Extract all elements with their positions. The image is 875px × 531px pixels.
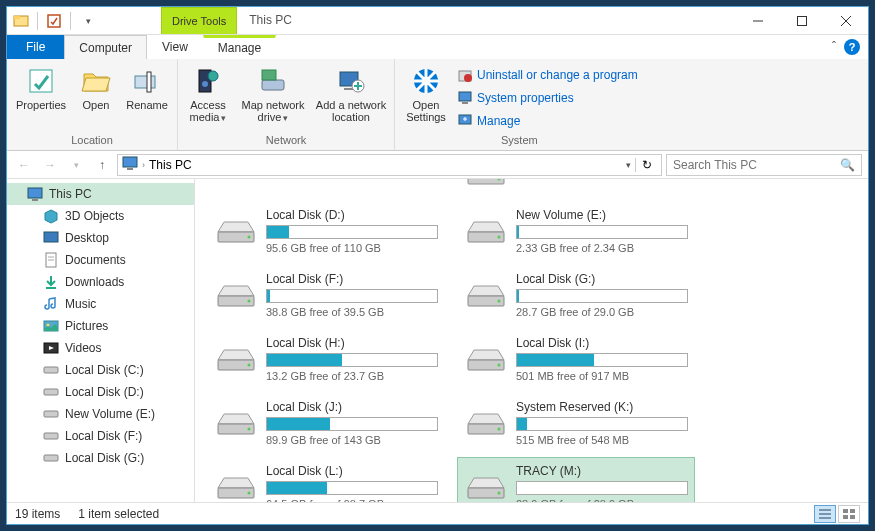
drive-icon [43,406,59,422]
back-button[interactable]: ← [13,154,35,176]
details-view-button[interactable] [814,505,836,523]
drive-icon [214,278,258,312]
drive-name: TRACY (M:) [516,464,688,481]
navigation-pane[interactable]: This PC 3D Objects Desktop Documents Dow… [7,179,195,502]
drive-item[interactable]: Local Disk (H:)13.2 GB free of 23.7 GB [207,329,445,389]
access-media-button[interactable]: Access media [184,63,232,124]
drive-usage-bar [516,353,688,367]
drive-icon [214,214,258,248]
drive-item[interactable]: Local Disk (F:)38.8 GB free of 39.5 GB [207,265,445,325]
drive-item[interactable]: Local Disk (L:)64.5 GB free of 98.7 GB [207,457,445,502]
tab-computer[interactable]: Computer [64,35,147,59]
search-input[interactable] [673,158,840,172]
svg-rect-45 [44,411,58,417]
nav-local-disk-g[interactable]: Local Disk (G:) [7,447,194,469]
refresh-button[interactable]: ↻ [635,158,657,172]
svg-point-67 [248,492,251,495]
drive-item[interactable]: System Reserved (K:)515 MB free of 548 M… [457,393,695,453]
drive-item[interactable]: 46.1 GB free of 108 GB [457,179,695,197]
drive-grid: Local Disk (D:)95.6 GB free of 110 GBNew… [207,201,856,502]
drive-free-text: 28.7 GB free of 29.0 GB [516,306,688,318]
this-pc-icon [122,155,138,174]
tab-manage[interactable]: Manage [203,35,276,59]
nav-desktop[interactable]: Desktop [7,227,194,249]
properties-icon [25,65,57,97]
system-properties-button[interactable]: System properties [457,88,638,108]
qat-properties-icon[interactable] [44,11,64,31]
drive-usage-bar [266,289,438,303]
recent-locations-button[interactable]: ▾ [65,154,87,176]
drive-usage-bar [516,417,688,431]
maximize-button[interactable] [780,7,824,35]
nav-music[interactable]: Music [7,293,194,315]
address-field[interactable]: › This PC ▾ ↻ [117,154,662,176]
large-icons-view-button[interactable] [838,505,860,523]
forward-button[interactable]: → [39,154,61,176]
nav-downloads[interactable]: Downloads [7,271,194,293]
drive-icon [43,384,59,400]
collapse-ribbon-icon[interactable]: ˆ [832,40,836,54]
nav-this-pc[interactable]: This PC [7,183,194,205]
ribbon-group-location: Properties Open Rename Location [7,59,178,150]
manage-button[interactable]: Manage [457,111,638,131]
drive-icon [464,278,508,312]
map-network-drive-button[interactable]: Map network drive [238,63,308,124]
svg-point-63 [248,428,251,431]
svg-point-69 [498,492,501,495]
drive-name: New Volume (E:) [516,208,688,225]
help-icon[interactable]: ? [844,39,860,55]
qat-customize-icon[interactable] [77,11,97,31]
uninstall-program-button[interactable]: Uninstall or change a program [457,65,638,85]
nav-documents[interactable]: Documents [7,249,194,271]
svg-point-12 [202,81,208,87]
media-server-icon [192,65,224,97]
drive-name: Local Disk (G:) [516,272,688,289]
rename-button[interactable]: Rename [123,63,171,111]
nav-3d-objects[interactable]: 3D Objects [7,205,194,227]
ribbon: Properties Open Rename Location Access m… [7,59,868,151]
breadcrumb-separator[interactable]: › [142,160,145,170]
close-button[interactable] [824,7,868,35]
drive-name: Local Disk (H:) [266,336,438,353]
address-bar: ← → ▾ ↑ › This PC ▾ ↻ 🔍 [7,151,868,179]
nav-pictures[interactable]: Pictures [7,315,194,337]
svg-point-27 [464,74,472,82]
svg-point-61 [498,364,501,367]
nav-local-disk-d[interactable]: Local Disk (D:) [7,381,194,403]
music-icon [43,296,59,312]
nav-videos[interactable]: Videos [7,337,194,359]
nav-local-disk-c[interactable]: Local Disk (C:) [7,359,194,381]
drive-name: Local Disk (L:) [266,464,438,481]
properties-button[interactable]: Properties [13,63,69,111]
search-box[interactable]: 🔍 [666,154,862,176]
app-icon [11,11,31,31]
add-network-location-button[interactable]: Add a network location [314,63,388,123]
drive-item[interactable]: New Volume (E:)2.33 GB free of 2.34 GB [457,201,695,261]
tab-file[interactable]: File [7,35,64,59]
svg-rect-73 [843,509,848,513]
drive-icon [214,406,258,440]
drive-item[interactable]: Local Disk (I:)501 MB free of 917 MB [457,329,695,389]
tab-view[interactable]: View [147,35,203,59]
breadcrumb-this-pc[interactable]: This PC [149,158,192,172]
breadcrumb-dropdown-icon[interactable]: ▾ [626,160,631,170]
drive-icon [43,428,59,444]
open-button[interactable]: Open [75,63,117,111]
nav-local-disk-f[interactable]: Local Disk (F:) [7,425,194,447]
drive-item[interactable]: Local Disk (G:)28.7 GB free of 29.0 GB [457,265,695,325]
svg-point-51 [248,236,251,239]
nav-new-volume-e[interactable]: New Volume (E:) [7,403,194,425]
minimize-button[interactable] [736,7,780,35]
svg-rect-31 [123,157,137,167]
up-button[interactable]: ↑ [91,154,113,176]
drive-item[interactable]: TRACY (M:)28.9 GB free of 28.9 GB [457,457,695,502]
drive-usage-bar [266,225,438,239]
ribbon-tabs: File Computer View Manage ˆ ? [7,35,868,59]
drive-free-text: 515 MB free of 548 MB [516,434,688,446]
status-selected-count: 1 item selected [78,507,159,521]
main-pane[interactable]: 46.1 GB free of 108 GB Local Disk (D:)95… [195,179,868,502]
search-icon[interactable]: 🔍 [840,158,855,172]
drive-item[interactable]: Local Disk (J:)89.9 GB free of 143 GB [207,393,445,453]
drive-item[interactable]: Local Disk (D:)95.6 GB free of 110 GB [207,201,445,261]
open-settings-button[interactable]: Open Settings [401,63,451,123]
